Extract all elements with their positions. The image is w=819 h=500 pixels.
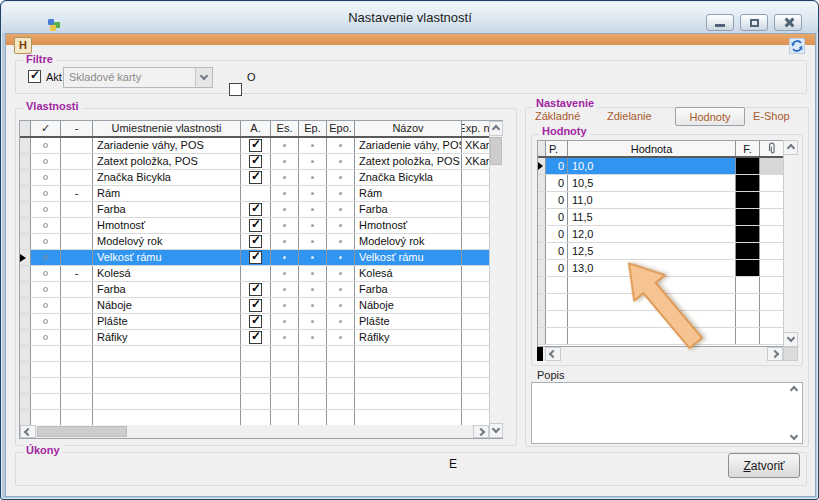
name-cell[interactable]: Farba [355, 202, 462, 217]
color-cell[interactable] [736, 260, 760, 276]
export-name-cell[interactable] [462, 202, 490, 217]
row-checkbox[interactable] [249, 219, 262, 232]
active-cell[interactable] [241, 138, 271, 153]
name-cell[interactable]: Náboje [355, 298, 462, 313]
scrollbar-thumb[interactable] [37, 426, 127, 437]
row-state-cell[interactable] [31, 250, 61, 265]
row-checkbox[interactable] [249, 155, 262, 168]
table-row[interactable]: Velkosť rámuVelkosť rámu [20, 250, 502, 266]
placement-cell[interactable]: Ráfiky [93, 330, 241, 345]
row-selector[interactable] [20, 154, 31, 169]
values-vertical-scrollbar[interactable] [783, 140, 798, 347]
name-cell[interactable]: Značka Bicykla [355, 170, 462, 185]
group-dash-cell[interactable] [61, 218, 93, 233]
epo-cell[interactable] [327, 234, 355, 249]
group-dash-cell[interactable] [61, 314, 93, 329]
tab-zakladne[interactable]: Základné [535, 110, 580, 122]
placement-cell[interactable]: Farba [93, 282, 241, 297]
active-cell[interactable] [241, 202, 271, 217]
row-checkbox[interactable] [249, 299, 262, 312]
placement-cell[interactable]: Farba [93, 202, 241, 217]
group-dash-cell[interactable] [61, 138, 93, 153]
epo-cell[interactable] [327, 186, 355, 201]
scroll-left-icon[interactable] [20, 425, 36, 438]
value-cell[interactable]: 10,5 [568, 175, 736, 191]
group-dash-cell[interactable] [61, 154, 93, 169]
tab-eshop[interactable]: E-Shop [753, 110, 790, 122]
value-row[interactable]: 012,0 [538, 226, 797, 243]
placement-cell[interactable]: Kolesá [93, 266, 241, 281]
group-dash-cell[interactable]: - [61, 186, 93, 201]
color-cell[interactable] [736, 158, 760, 174]
epo-cell[interactable] [327, 282, 355, 297]
row-selector[interactable] [538, 158, 546, 174]
row-selector[interactable] [20, 186, 31, 201]
order-cell[interactable]: 0 [546, 158, 568, 174]
minimize-button[interactable] [706, 14, 734, 31]
export-name-cell[interactable] [462, 234, 490, 249]
row-checkbox[interactable] [249, 235, 262, 248]
value-cell[interactable]: 11,0 [568, 192, 736, 208]
tab-zdielanie[interactable]: Zdielanie [607, 110, 652, 122]
empty-row[interactable] [20, 394, 502, 410]
value-cell[interactable]: 11,5 [568, 209, 736, 225]
row-state-cell[interactable] [31, 330, 61, 345]
attachment-cell[interactable] [760, 243, 784, 259]
name-cell[interactable]: Zatext položka, POS [355, 154, 462, 169]
o-checkbox[interactable] [229, 83, 242, 96]
scroll-right-icon[interactable] [473, 425, 489, 438]
attachment-cell[interactable] [760, 209, 784, 225]
name-cell[interactable]: Modelový rok [355, 234, 462, 249]
es-cell[interactable] [271, 330, 299, 345]
header-attachment[interactable] [760, 141, 784, 156]
maximize-button[interactable] [740, 14, 768, 31]
table-row[interactable]: NábojeNáboje [20, 298, 502, 314]
epo-cell[interactable] [327, 298, 355, 313]
close-dialog-button[interactable]: Zatvoriť [728, 453, 800, 478]
row-checkbox[interactable] [249, 283, 262, 296]
h-toolbar-button[interactable]: H [14, 37, 32, 54]
description-scrollbar[interactable] [786, 384, 801, 442]
value-row[interactable]: 011,5 [538, 209, 797, 226]
table-row[interactable]: RáfikyRáfiky [20, 330, 502, 346]
row-selector[interactable] [20, 202, 31, 217]
row-state-cell[interactable] [31, 170, 61, 185]
empty-row[interactable] [20, 346, 502, 362]
header-value[interactable]: Hodnota [568, 141, 736, 156]
tab-hodnoty[interactable]: Hodnoty [675, 107, 745, 126]
order-cell[interactable]: 0 [546, 260, 568, 276]
header-dash[interactable]: - [61, 121, 93, 136]
order-cell[interactable]: 0 [546, 175, 568, 191]
epo-cell[interactable] [327, 170, 355, 185]
group-dash-cell[interactable] [61, 234, 93, 249]
row-checkbox[interactable] [249, 171, 262, 184]
order-cell[interactable]: 0 [546, 209, 568, 225]
es-cell[interactable] [271, 250, 299, 265]
active-cell[interactable] [241, 250, 271, 265]
export-name-cell[interactable] [462, 314, 490, 329]
ep-cell[interactable] [299, 202, 327, 217]
es-cell[interactable] [271, 266, 299, 281]
epo-cell[interactable] [327, 138, 355, 153]
scroll-left-icon[interactable] [545, 347, 561, 361]
group-dash-cell[interactable]: - [61, 266, 93, 281]
group-dash-cell[interactable] [61, 330, 93, 345]
name-cell[interactable]: Velkosť rámu [355, 250, 462, 265]
category-select-arrow[interactable] [195, 68, 212, 87]
category-select[interactable]: Skladové karty [63, 67, 213, 88]
refresh-icon[interactable] [789, 38, 805, 54]
order-cell[interactable]: 0 [546, 226, 568, 242]
row-selector[interactable] [20, 170, 31, 185]
header-p[interactable]: P. [546, 141, 568, 156]
export-name-cell[interactable] [462, 330, 490, 345]
placement-cell[interactable]: Rám [93, 186, 241, 201]
active-cell[interactable] [241, 234, 271, 249]
es-cell[interactable] [271, 202, 299, 217]
order-cell[interactable]: 0 [546, 243, 568, 259]
placement-cell[interactable]: Modelový rok [93, 234, 241, 249]
name-cell[interactable]: Plášte [355, 314, 462, 329]
scrollbar-thumb[interactable] [490, 137, 502, 165]
active-cell[interactable] [241, 298, 271, 313]
header-exp[interactable]: Exp. ná [462, 121, 490, 136]
placement-cell[interactable]: Zatext položka, POS [93, 154, 241, 169]
